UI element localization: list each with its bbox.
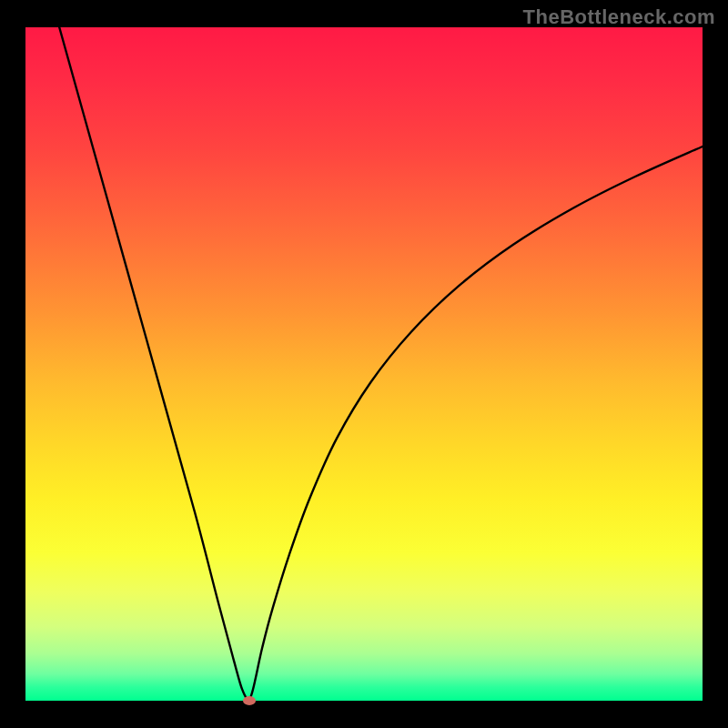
plot-area — [25, 27, 703, 701]
curve-path — [59, 27, 703, 701]
bottleneck-curve — [25, 27, 703, 701]
chart-frame: TheBottleneck.com — [0, 0, 728, 728]
minimum-marker — [243, 696, 256, 705]
watermark-text: TheBottleneck.com — [523, 5, 715, 29]
